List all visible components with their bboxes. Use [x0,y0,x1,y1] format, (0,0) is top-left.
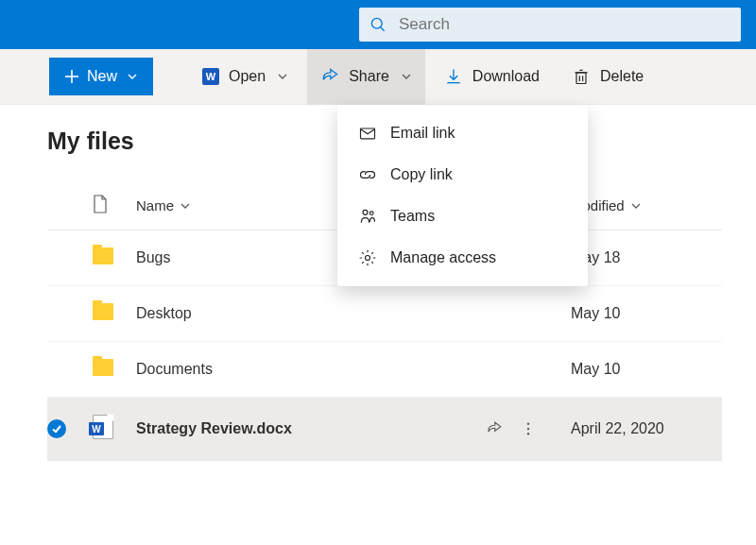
file-name[interactable]: Desktop [136,286,486,342]
command-bar: New W Open Share Download Delete [0,49,756,105]
file-modified: May 10 [571,286,722,342]
new-button-label: New [87,68,117,85]
new-button[interactable]: New [49,58,153,95]
word-document-icon: W [93,415,113,439]
menu-item-email-link[interactable]: Email link [337,112,588,154]
download-icon [444,67,463,86]
search-box[interactable] [359,8,741,42]
plus-icon [64,69,79,84]
folder-icon [93,359,113,376]
chevron-down-icon [180,200,191,212]
menu-item-teams[interactable]: Teams [337,196,588,237]
delete-button-label: Delete [600,68,644,85]
menu-item-label: Manage access [390,249,496,266]
file-modified: May 10 [571,342,722,398]
svg-line-1 [381,27,385,31]
search-icon [369,15,387,34]
svg-point-0 [371,18,382,28]
teams-icon [358,207,377,226]
menu-item-label: Teams [390,208,435,225]
svg-point-15 [527,423,529,425]
chevron-down-icon [401,71,412,82]
folder-icon [93,247,113,264]
svg-point-16 [527,428,529,430]
link-icon [358,165,377,184]
svg-rect-6 [576,73,586,84]
column-type-icon[interactable] [93,181,136,230]
table-row[interactable]: Documents May 10 [47,342,722,398]
file-icon [93,195,108,213]
column-modified[interactable]: Modified [571,181,722,230]
menu-item-label: Copy link [390,166,453,183]
file-modified: May 18 [571,230,722,286]
gear-icon [358,248,377,267]
chevron-down-icon [277,71,288,82]
download-button-label: Download [472,68,540,85]
share-button-label: Share [349,68,389,85]
app-header [0,0,756,49]
table-row[interactable]: Desktop May 10 [47,286,722,342]
menu-item-copy-link[interactable]: Copy link [337,154,588,196]
trash-icon [572,67,591,86]
file-modified: April 22, 2020 [571,398,722,461]
share-icon [320,67,339,86]
file-name[interactable]: Documents [136,342,486,398]
open-button-label: Open [229,68,266,85]
svg-point-13 [369,212,373,215]
table-row[interactable]: W Strategy Review.docx April 22, 2020 [47,398,722,461]
menu-item-manage-access[interactable]: Manage access [337,237,588,279]
svg-point-12 [363,210,368,214]
word-app-icon: W [202,68,219,85]
download-button[interactable]: Download [431,49,553,105]
selected-check-icon[interactable] [47,419,66,438]
menu-item-label: Email link [390,125,455,142]
search-input[interactable] [399,15,731,34]
folder-icon [93,303,113,320]
column-name-label: Name [136,197,174,213]
column-select [47,181,93,230]
more-actions-icon[interactable] [520,420,537,437]
content-area: Email link Copy link Teams Manage access… [0,105,756,461]
chevron-down-icon [630,200,642,212]
open-button[interactable]: W Open [189,49,301,105]
mail-icon [358,124,377,143]
chevron-down-icon [127,71,138,82]
delete-button[interactable]: Delete [558,49,657,105]
file-name[interactable]: Strategy Review.docx [136,398,486,461]
svg-point-17 [527,433,529,434]
share-icon[interactable] [486,420,503,437]
share-button[interactable]: Share [307,49,425,105]
share-dropdown-menu: Email link Copy link Teams Manage access [337,105,588,286]
svg-point-14 [366,256,370,261]
